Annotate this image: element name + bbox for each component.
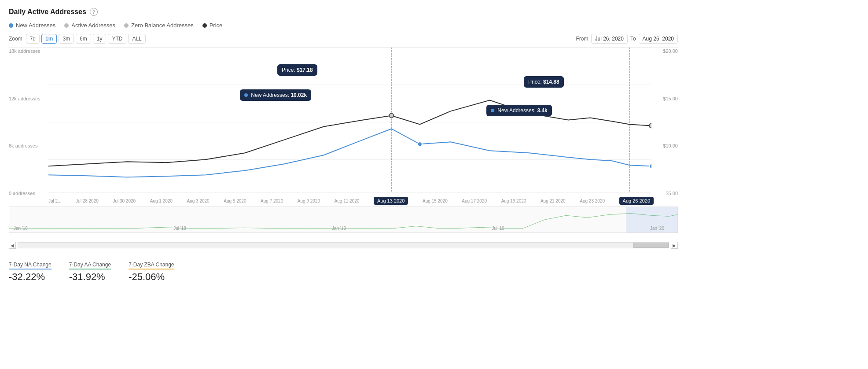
stat-zba-value: -25.06% xyxy=(129,271,174,283)
legend-item-active: Active Addresses xyxy=(64,22,115,29)
y-axis-right: $20.00 $15.00 $10.00 $5.00 xyxy=(654,48,678,197)
help-icon[interactable]: ? xyxy=(90,8,98,16)
stat-aa: 7-Day AA Change -31.92% xyxy=(69,262,111,283)
zoom-btn-7d[interactable]: 7d xyxy=(26,34,40,44)
scrollbar: ◀ ▶ xyxy=(9,240,678,251)
zoom-btn-all[interactable]: ALL xyxy=(128,34,145,44)
scroll-right-arrow[interactable]: ▶ xyxy=(671,242,678,249)
scroll-thumb[interactable] xyxy=(633,243,669,248)
zoom-btn-ytd[interactable]: YTD xyxy=(108,34,126,44)
minimap-jul18: Jul '18 xyxy=(173,226,186,231)
legend-item-price: Price xyxy=(202,22,223,29)
x-label-jul2: Jul 2... xyxy=(48,199,61,203)
stat-na: 7-Day NA Change -32.22% xyxy=(9,262,51,283)
tooltip-newaddr-aug26: New Addresses: 3.4k xyxy=(486,105,552,116)
y-right-10: $10.00 xyxy=(654,143,678,148)
stat-zba: 7-Day ZBA Change -25.06% xyxy=(129,262,174,283)
scroll-track[interactable] xyxy=(18,242,669,248)
stat-na-value: -32.22% xyxy=(9,271,51,283)
tooltip-price-aug13: Price: $17.18 xyxy=(277,64,317,76)
main-chart: 18k addresses 12k addresses 6k addresses… xyxy=(9,47,678,197)
x-label-jul30: Jul 30 2020 xyxy=(113,199,136,203)
x-label-aug5: Aug 5 2020 xyxy=(224,199,246,203)
y-label-12k: 12k addresses xyxy=(9,96,46,101)
y-right-5: $5.00 xyxy=(654,191,678,196)
legend-label-zba: Zero Balance Addresses xyxy=(131,22,194,29)
to-date[interactable]: Aug 26, 2020 xyxy=(639,34,678,44)
minimap: Jan '18 Jul '18 Jan '19 Jul '19 Jan '20 xyxy=(9,207,678,233)
chart-legend: New AddressesActive AddressesZero Balanc… xyxy=(9,22,678,29)
legend-dot-zba xyxy=(124,23,129,28)
y-right-20: $20.00 xyxy=(654,48,678,54)
x-label-aug19: Aug 19 2020 xyxy=(501,199,526,203)
x-label-aug9: Aug 9 2020 xyxy=(298,199,320,203)
from-date[interactable]: Jul 26, 2020 xyxy=(591,34,628,44)
minimap-jan20: Jan '20 xyxy=(650,226,664,231)
x-label-aug17: Aug 17 2020 xyxy=(462,199,487,203)
x-label-aug21: Aug 21 2020 xyxy=(541,199,566,203)
title-row: Daily Active Addresses ? xyxy=(9,8,678,16)
x-label-aug1: Aug 1 2020 xyxy=(150,199,173,203)
tooltip-price-aug26: Price: $14.88 xyxy=(524,76,564,88)
x-label-aug23: Aug 23 2020 xyxy=(580,199,605,203)
stat-zba-label: 7-Day ZBA Change xyxy=(129,262,174,269)
legend-dot-active xyxy=(64,23,69,28)
x-label-aug11: Aug 11 2020 xyxy=(335,199,360,203)
x-label-aug26-highlight: Aug 26 2020 xyxy=(619,197,654,205)
new-addr-dot-aug13 xyxy=(418,142,422,146)
legend-dot-new xyxy=(9,23,13,28)
y-label-18k: 18k addresses xyxy=(9,48,46,54)
tooltip-dot-blue xyxy=(244,93,248,97)
minimap-jan18: Jan '18 xyxy=(14,226,28,231)
controls-row: Zoom 7d1m3m6m1yYTDALL From Jul 26, 2020 … xyxy=(9,34,678,44)
to-label: To xyxy=(630,36,636,42)
legend-item-zba: Zero Balance Addresses xyxy=(124,22,194,29)
price-dot-aug13 xyxy=(389,114,394,118)
legend-label-price: Price xyxy=(210,22,223,29)
new-addresses-line xyxy=(48,129,651,177)
minimap-jan19: Jan '19 xyxy=(332,226,346,231)
y-axis-left: 18k addresses 12k addresses 6k addresses… xyxy=(9,48,46,197)
stat-aa-value: -31.92% xyxy=(69,271,111,283)
chart-svg-area: Price: $17.18 New Addresses: 10.02k Pric… xyxy=(48,48,651,197)
y-label-6k: 6k addresses xyxy=(9,143,46,148)
zoom-btn-3m[interactable]: 3m xyxy=(59,34,74,44)
scroll-left-arrow[interactable]: ◀ xyxy=(9,242,16,249)
x-label-aug7: Aug 7 2020 xyxy=(261,199,283,203)
stat-na-label: 7-Day NA Change xyxy=(9,262,51,269)
main-container: Daily Active Addresses ? New AddressesAc… xyxy=(0,0,687,291)
x-label-aug13-highlight: Aug 13 2020 xyxy=(374,197,408,205)
legend-item-new: New Addresses xyxy=(9,22,55,29)
stat-aa-label: 7-Day AA Change xyxy=(69,262,111,269)
tooltip-newaddr-aug13: New Addresses: 10.02k xyxy=(240,89,311,101)
from-label: From xyxy=(576,36,588,42)
tooltip-dot-blue2 xyxy=(491,109,494,112)
price-dot-aug26 xyxy=(649,123,651,128)
zoom-btn-1y[interactable]: 1y xyxy=(93,34,107,44)
new-addr-dot-aug26 xyxy=(649,164,651,168)
legend-dot-price xyxy=(202,23,207,28)
zoom-btn-1m[interactable]: 1m xyxy=(41,34,57,44)
zoom-label: Zoom xyxy=(9,36,22,42)
y-label-0: 0 addresses xyxy=(9,191,46,196)
page-title: Daily Active Addresses xyxy=(9,8,86,16)
legend-label-active: Active Addresses xyxy=(71,22,115,29)
minimap-jul19: Jul '19 xyxy=(492,226,504,231)
divider xyxy=(9,256,678,256)
date-range: From Jul 26, 2020 To Aug 26, 2020 xyxy=(576,34,678,44)
y-right-15: $15.00 xyxy=(654,96,678,101)
x-label-aug15: Aug 15 2020 xyxy=(423,199,448,203)
x-label-jul28: Jul 28 2020 xyxy=(76,199,99,203)
x-label-aug3: Aug 3 2020 xyxy=(187,199,210,203)
chart-svg xyxy=(48,48,651,197)
legend-label-new: New Addresses xyxy=(16,22,55,29)
stats-row: 7-Day NA Change -32.22% 7-Day AA Change … xyxy=(9,262,678,283)
zoom-btn-6m[interactable]: 6m xyxy=(76,34,91,44)
zoom-controls: Zoom 7d1m3m6m1yYTDALL xyxy=(9,34,146,44)
